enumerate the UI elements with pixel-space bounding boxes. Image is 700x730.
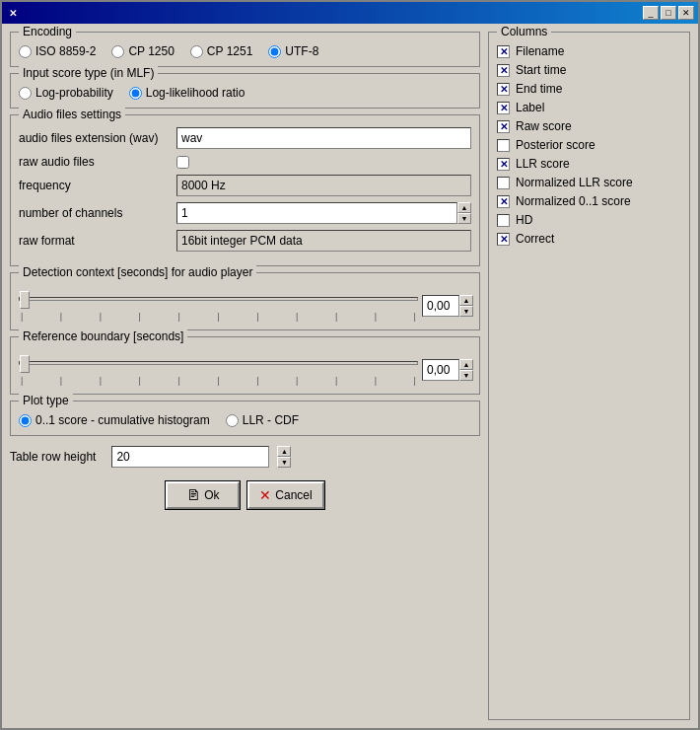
col-filename-check[interactable]: ✕: [497, 45, 510, 58]
titlebar-left: ✕: [6, 6, 20, 20]
reference-boundary-value[interactable]: [422, 359, 459, 381]
reference-boundary-title: Reference boundary [seconds]: [19, 329, 187, 343]
reference-boundary-slider[interactable]: [19, 353, 418, 373]
frequency-row: frequency 8000 Hz 16000 Hz 22050 Hz 4410…: [19, 175, 471, 196]
col-normllrscore-check[interactable]: [497, 177, 510, 189]
detection-context-slider[interactable]: [19, 289, 418, 309]
logprob-label: Log-probability: [35, 86, 113, 100]
titlebar: ✕ _ □ ✕: [2, 2, 698, 24]
encoding-cp1251-radio[interactable]: [190, 45, 203, 58]
raw-format-select[interactable]: 16bit integer PCM data 8bit unsigned PCM…: [176, 230, 471, 252]
logprob-option[interactable]: Log-probability: [19, 86, 113, 100]
table-row-height-row: Table row height ▲ ▼: [10, 446, 480, 468]
extension-row: audio files extension (wav): [19, 127, 471, 149]
extension-input[interactable]: [176, 127, 471, 149]
col-starttime-check[interactable]: ✕: [497, 64, 510, 77]
table-row-height-input[interactable]: [111, 446, 269, 468]
encoding-cp1250-radio[interactable]: [111, 45, 124, 58]
cancel-icon: ✕: [259, 487, 271, 503]
encoding-options: ISO 8859-2 CP 1250 CP 1251 UTF-8: [19, 44, 471, 58]
col-filename-label: Filename: [516, 44, 564, 58]
channels-row: number of channels ▲ ▼: [19, 202, 471, 224]
col-llrscore: ✕ LLR score: [497, 157, 681, 171]
encoding-cp1250-option[interactable]: CP 1250: [111, 44, 174, 58]
col-label-label: Label: [516, 101, 544, 114]
encoding-cp1251-option[interactable]: CP 1251: [190, 44, 252, 58]
table-row-height-up[interactable]: ▲: [277, 446, 291, 457]
loglik-radio[interactable]: [129, 87, 142, 100]
col-norm01score-check[interactable]: ✕: [497, 195, 510, 208]
detection-context-up[interactable]: ▲: [459, 295, 473, 306]
col-norm01score-label: Normalized 0..1 score: [516, 194, 631, 208]
columns-group: Columns ✕ Filename ✕ Start time ✕ End ti…: [488, 32, 690, 720]
hist-label: 0..1 score - cumulative histogram: [35, 413, 210, 427]
col-hd-check[interactable]: [497, 214, 510, 227]
reference-boundary-track: |||||||||||: [19, 353, 418, 386]
col-posteriorscore: Posterior score: [497, 138, 681, 152]
loglik-label: Log-likelihood ratio: [146, 86, 245, 100]
cdf-option[interactable]: LLR - CDF: [226, 413, 299, 427]
logprob-radio[interactable]: [19, 87, 32, 100]
raw-format-label: raw format: [19, 234, 176, 248]
channels-down-btn[interactable]: ▼: [457, 213, 471, 224]
ok-button[interactable]: 🖹 Ok: [166, 481, 240, 509]
cdf-radio[interactable]: [226, 414, 239, 427]
encoding-iso-label: ISO 8859-2: [35, 44, 96, 58]
channels-up-btn[interactable]: ▲: [457, 202, 471, 213]
reference-boundary-slider-row: ||||||||||| ▲ ▼: [19, 353, 471, 386]
col-endtime-label: End time: [516, 82, 562, 96]
col-endtime: ✕ End time: [497, 82, 681, 96]
frequency-label: frequency: [19, 179, 176, 192]
col-hd: HD: [497, 213, 681, 227]
encoding-utf8-label: UTF-8: [285, 44, 318, 58]
input-score-options: Log-probability Log-likelihood ratio: [19, 86, 471, 100]
raw-audio-label: raw audio files: [19, 155, 176, 169]
reference-boundary-down[interactable]: ▼: [459, 370, 473, 381]
columns-title: Columns: [497, 25, 551, 38]
hist-option[interactable]: 0..1 score - cumulative histogram: [19, 413, 210, 427]
input-score-title: Input score type (in MLF): [19, 66, 158, 80]
col-endtime-check[interactable]: ✕: [497, 83, 510, 96]
table-row-height-spinner: ▲ ▼: [277, 446, 291, 468]
encoding-iso-radio[interactable]: [19, 45, 32, 58]
encoding-cp1250-label: CP 1250: [128, 44, 174, 58]
encoding-iso-option[interactable]: ISO 8859-2: [19, 44, 96, 58]
reference-boundary-up[interactable]: ▲: [459, 359, 473, 370]
audio-files-title: Audio files settings: [19, 108, 125, 121]
raw-format-select-wrapper: 16bit integer PCM data 8bit unsigned PCM…: [176, 230, 471, 252]
cancel-label: Cancel: [275, 488, 312, 502]
title-icon: ✕: [6, 6, 20, 20]
cancel-button[interactable]: ✕ Cancel: [247, 481, 323, 509]
detection-context-value-box: ▲ ▼: [422, 295, 471, 317]
minimize-button[interactable]: _: [643, 6, 659, 20]
plot-type-options: 0..1 score - cumulative histogram LLR - …: [19, 413, 471, 427]
channels-input[interactable]: [176, 202, 457, 224]
frequency-select[interactable]: 8000 Hz 16000 Hz 22050 Hz 44100 Hz: [176, 175, 471, 196]
col-correct-check[interactable]: ✕: [497, 233, 510, 246]
detection-context-down[interactable]: ▼: [459, 306, 473, 317]
loglik-option[interactable]: Log-likelihood ratio: [129, 86, 245, 100]
raw-audio-checkbox[interactable]: [176, 156, 189, 169]
encoding-title: Encoding: [19, 25, 76, 38]
col-label-check[interactable]: ✕: [497, 102, 510, 114]
detection-context-group: Detection context [seconds] for audio pl…: [10, 272, 480, 330]
reference-boundary-ticks: |||||||||||: [19, 376, 418, 386]
col-rawscore-check[interactable]: ✕: [497, 120, 510, 133]
table-row-height-label: Table row height: [10, 450, 96, 464]
table-row-height-down[interactable]: ▼: [277, 457, 291, 468]
close-button[interactable]: ✕: [678, 6, 694, 20]
col-llrscore-label: LLR score: [516, 157, 570, 171]
col-posteriorscore-check[interactable]: [497, 139, 510, 152]
encoding-utf8-option[interactable]: UTF-8: [268, 44, 318, 58]
plot-type-title: Plot type: [19, 394, 73, 407]
encoding-utf8-radio[interactable]: [268, 45, 281, 58]
maximize-button[interactable]: □: [661, 6, 676, 20]
col-normllrscore: Normalized LLR score: [497, 176, 681, 189]
col-llrscore-check[interactable]: ✕: [497, 158, 510, 171]
extension-label: audio files extension (wav): [19, 131, 176, 145]
right-panel: Columns ✕ Filename ✕ Start time ✕ End ti…: [488, 32, 690, 720]
hist-radio[interactable]: [19, 414, 32, 427]
detection-context-value[interactable]: [422, 295, 459, 317]
col-correct-label: Correct: [516, 232, 554, 246]
col-filename: ✕ Filename: [497, 44, 681, 58]
